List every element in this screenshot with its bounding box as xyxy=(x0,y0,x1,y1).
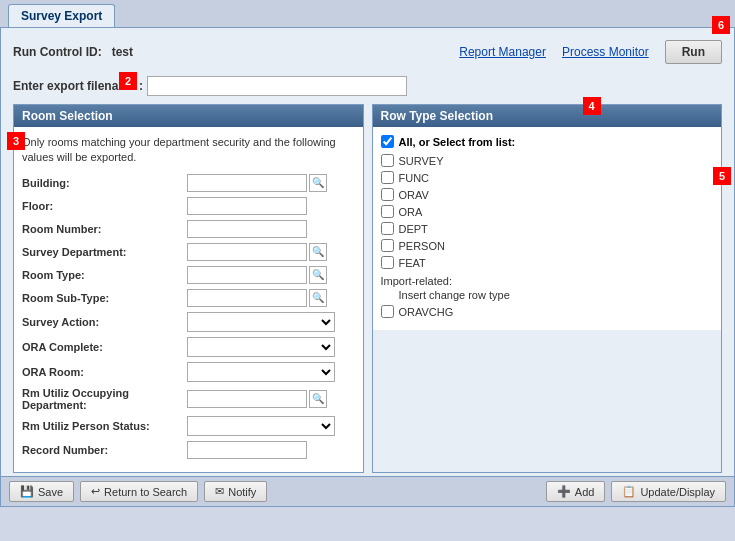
room-subtype-search-btn[interactable]: 🔍 xyxy=(309,289,327,307)
all-label: All, or Select from list: xyxy=(399,136,516,148)
feat-checkbox[interactable] xyxy=(381,256,394,269)
room-subtype-input[interactable] xyxy=(187,289,307,307)
building-label: Building: xyxy=(22,177,187,189)
floor-input[interactable] xyxy=(187,197,307,215)
building-input[interactable] xyxy=(187,174,307,192)
ora-complete-label: ORA Complete: xyxy=(22,341,187,353)
rm-utiliz-dept-input[interactable] xyxy=(187,390,307,408)
run-control-value: test xyxy=(112,45,133,59)
floor-row: Floor: xyxy=(22,197,355,215)
run-button[interactable]: Run xyxy=(665,40,722,64)
return-search-label: Return to Search xyxy=(104,486,187,498)
person-checkbox-label: PERSON xyxy=(399,240,445,252)
rm-utiliz-person-row: Rm Utiliz Person Status: xyxy=(22,416,355,436)
badge-2: 2 xyxy=(119,72,137,90)
room-type-row: Room Type: 🔍 xyxy=(22,266,355,284)
room-selection-info: Only rooms matching your department secu… xyxy=(22,135,355,166)
notify-icon: ✉ xyxy=(215,485,224,498)
floor-label: Floor: xyxy=(22,200,187,212)
insert-label: Insert change row type xyxy=(399,289,714,301)
room-type-search-btn[interactable]: 🔍 xyxy=(309,266,327,284)
all-checkbox[interactable] xyxy=(381,135,394,148)
record-number-label: Record Number: xyxy=(22,444,187,456)
building-search-btn[interactable]: 🔍 xyxy=(309,174,327,192)
func-checkbox-label: FUNC xyxy=(399,172,430,184)
save-button[interactable]: 💾 Save xyxy=(9,481,74,502)
survey-export-tab[interactable]: Survey Export xyxy=(8,4,115,27)
ora-room-select[interactable] xyxy=(187,362,335,382)
room-type-label: Room Type: xyxy=(22,269,187,281)
orav-checkbox-row: ORAV xyxy=(381,188,714,201)
record-number-input[interactable] xyxy=(187,441,307,459)
survey-checkbox-label: SURVEY xyxy=(399,155,444,167)
oravchg-checkbox-label: ORAVCHG xyxy=(399,306,454,318)
survey-checkbox-row: SURVEY xyxy=(381,154,714,167)
survey-action-row: Survey Action: xyxy=(22,312,355,332)
ora-checkbox-row: ORA xyxy=(381,205,714,218)
person-checkbox[interactable] xyxy=(381,239,394,252)
dept-checkbox-label: DEPT xyxy=(399,223,428,235)
func-checkbox[interactable] xyxy=(381,171,394,184)
add-button[interactable]: ➕ Add xyxy=(546,481,606,502)
update-display-icon: 📋 xyxy=(622,485,636,498)
run-control-label: Run Control ID: xyxy=(13,45,102,59)
rm-utiliz-person-label: Rm Utiliz Person Status: xyxy=(22,420,187,432)
badge-6: 6 xyxy=(712,16,730,34)
feat-checkbox-row: FEAT xyxy=(381,256,714,269)
ora-room-row: ORA Room: xyxy=(22,362,355,382)
room-type-input[interactable] xyxy=(187,266,307,284)
badge-5: 5 xyxy=(713,167,731,185)
return-search-icon: ↩ xyxy=(91,485,100,498)
dept-checkbox-row: DEPT xyxy=(381,222,714,235)
filename-input[interactable] xyxy=(147,76,407,96)
process-monitor-link[interactable]: Process Monitor xyxy=(562,45,649,59)
oravchg-checkbox-row: ORAVCHG xyxy=(381,305,714,318)
room-selection-header: Room Selection xyxy=(14,105,363,127)
survey-action-label: Survey Action: xyxy=(22,316,187,328)
survey-dept-search-btn[interactable]: 🔍 xyxy=(309,243,327,261)
survey-dept-input[interactable] xyxy=(187,243,307,261)
rm-utiliz-dept-row: Rm Utiliz Occupying Department: 🔍 xyxy=(22,387,355,411)
room-number-input[interactable] xyxy=(187,220,307,238)
notify-button[interactable]: ✉ Notify xyxy=(204,481,267,502)
survey-dept-row: Survey Department: 🔍 xyxy=(22,243,355,261)
building-row: Building: 🔍 xyxy=(22,174,355,192)
save-icon: 💾 xyxy=(20,485,34,498)
room-subtype-label: Room Sub-Type: xyxy=(22,292,187,304)
ora-room-label: ORA Room: xyxy=(22,366,187,378)
badge-4: 4 xyxy=(583,97,601,115)
rm-utiliz-dept-search-btn[interactable]: 🔍 xyxy=(309,390,327,408)
orav-checkbox[interactable] xyxy=(381,188,394,201)
survey-dept-label: Survey Department: xyxy=(22,246,187,258)
ora-complete-select[interactable] xyxy=(187,337,335,357)
record-number-row: Record Number: xyxy=(22,441,355,459)
footer-bar: 💾 Save ↩ Return to Search ✉ Notify ➕ Add… xyxy=(1,476,734,506)
return-search-button[interactable]: ↩ Return to Search xyxy=(80,481,198,502)
feat-checkbox-label: FEAT xyxy=(399,257,426,269)
orav-checkbox-label: ORAV xyxy=(399,189,429,201)
survey-checkbox[interactable] xyxy=(381,154,394,167)
ora-checkbox-label: ORA xyxy=(399,206,423,218)
save-label: Save xyxy=(38,486,63,498)
room-number-row: Room Number: xyxy=(22,220,355,238)
room-number-label: Room Number: xyxy=(22,223,187,235)
survey-action-select[interactable] xyxy=(187,312,335,332)
notify-label: Notify xyxy=(228,486,256,498)
room-subtype-row: Room Sub-Type: 🔍 xyxy=(22,289,355,307)
run-control-section: Run Control ID: test xyxy=(13,45,133,59)
rm-utiliz-person-select[interactable] xyxy=(187,416,335,436)
all-row: All, or Select from list: xyxy=(381,135,714,148)
add-icon: ➕ xyxy=(557,485,571,498)
dept-checkbox[interactable] xyxy=(381,222,394,235)
ora-complete-row: ORA Complete: xyxy=(22,337,355,357)
oravchg-checkbox[interactable] xyxy=(381,305,394,318)
func-checkbox-row: FUNC xyxy=(381,171,714,184)
row-type-header: Row Type Selection xyxy=(373,105,722,127)
person-checkbox-row: PERSON xyxy=(381,239,714,252)
update-display-label: Update/Display xyxy=(640,486,715,498)
ora-checkbox[interactable] xyxy=(381,205,394,218)
import-related-label: Import-related: xyxy=(381,275,714,287)
update-display-button[interactable]: 📋 Update/Display xyxy=(611,481,726,502)
report-manager-link[interactable]: Report Manager xyxy=(459,45,546,59)
add-label: Add xyxy=(575,486,595,498)
